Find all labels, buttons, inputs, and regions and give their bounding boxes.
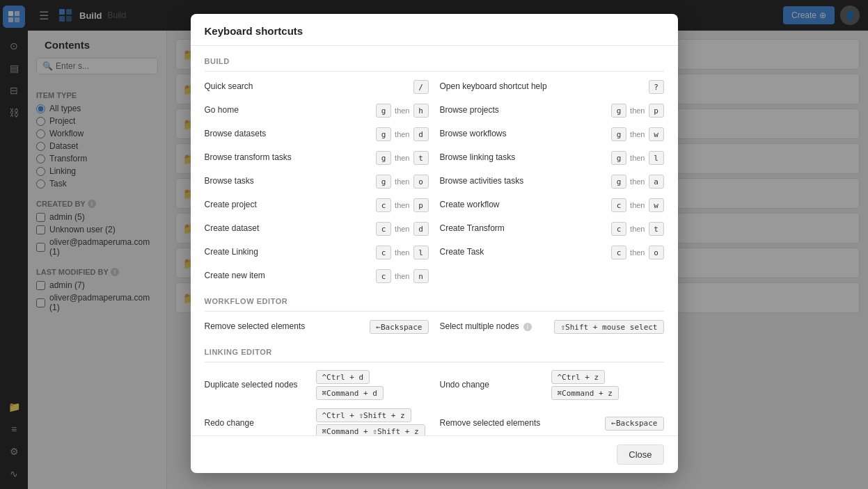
key-t: t xyxy=(413,151,429,165)
shortcut-go-home: Go home g then h xyxy=(205,101,429,120)
key-l: l xyxy=(649,151,664,165)
close-button[interactable]: Close xyxy=(617,444,663,465)
workflow-shortcuts-grid: Remove selected elements ←Backspace Sele… xyxy=(205,317,664,337)
shortcut-browse-projects: Browse projects g then p xyxy=(440,101,664,120)
section-linking-title: LINKING EDITOR xyxy=(205,348,664,362)
key-c: c xyxy=(611,246,626,259)
key-t: t xyxy=(649,222,664,236)
shortcut-create-project: Create project c then p xyxy=(205,195,429,215)
shortcut-create-transform: Create Transform c then t xyxy=(440,219,664,239)
shortcut-open-keyboard-help: Open keyboard shortcut help ? xyxy=(440,77,664,97)
key-n: n xyxy=(413,269,429,283)
key-g: g xyxy=(611,151,626,165)
shortcut-create-workflow: Create workflow c then w xyxy=(440,195,664,215)
shortcut-browse-tasks: Browse tasks g then o xyxy=(205,172,429,191)
shortcut-create-new-item: Create new item c then n xyxy=(205,266,429,286)
keyboard-shortcuts-modal: Keyboard shortcuts BUILD Quick search / xyxy=(191,14,678,473)
key-o: o xyxy=(413,175,429,189)
key-a: a xyxy=(649,175,664,189)
key-h: h xyxy=(413,104,429,118)
shortcut-create-linking: Create Linking c then l xyxy=(205,243,429,262)
key-shift-mouse: ⇧Shift + mouse select xyxy=(554,320,663,334)
key-cmd-shift-z: ⌘Command + ⇧Shift + z xyxy=(316,424,425,435)
key-ctrl-z: ^Ctrl + z xyxy=(551,370,606,384)
modal-title: Keyboard shortcuts xyxy=(191,14,678,46)
key-l: l xyxy=(413,246,429,259)
key-g: g xyxy=(376,175,391,189)
section-workflow-title: WORKFLOW EDITOR xyxy=(205,297,664,312)
section-build-title: BUILD xyxy=(205,57,664,72)
shortcut-select-multiple-wf: Select multiple nodes i ⇧Shift + mouse s… xyxy=(440,317,664,337)
key-c: c xyxy=(611,222,626,236)
modal-footer: Close xyxy=(191,435,678,473)
key-w: w xyxy=(649,198,664,212)
key-d: d xyxy=(413,127,429,141)
linking-shortcuts-grid: Duplicate selected nodes ^Ctrl + d ⌘Comm… xyxy=(205,368,664,435)
key-ctrl-d: ^Ctrl + d xyxy=(316,370,370,384)
shortcut-browse-linking: Browse linking tasks g then l xyxy=(440,148,664,168)
section-workflow-editor: WORKFLOW EDITOR Remove selected elements… xyxy=(205,297,664,337)
key-g: g xyxy=(611,175,626,189)
shortcut-browse-datasets: Browse datasets g then d xyxy=(205,125,429,144)
key-g: g xyxy=(611,127,626,141)
key-o: o xyxy=(649,246,664,259)
shortcut-placeholder xyxy=(440,266,664,286)
select-multiple-wf-info-icon: i xyxy=(523,323,532,331)
key-p: p xyxy=(413,198,429,212)
key-g: g xyxy=(611,104,626,118)
key-cmd-d: ⌘Command + d xyxy=(316,386,384,400)
key-ctrl-shift-z: ^Ctrl + ⇧Shift + z xyxy=(316,408,411,422)
build-shortcuts-grid: Quick search / Open keyboard shortcut he… xyxy=(205,77,664,286)
key-w: w xyxy=(649,127,664,141)
key-g: g xyxy=(376,151,391,165)
key-g: g xyxy=(376,104,391,118)
shortcut-browse-activities: Browse activities tasks g then a xyxy=(440,172,664,191)
key-backspace: ←Backspace xyxy=(370,320,428,334)
key-question: ? xyxy=(649,80,664,94)
app-layout: ⊙ ▤ ⊟ ⛓ 📁 ≡ ⚙ ∿ ☰ Build Build Create ⊕ xyxy=(0,0,868,489)
key-c: c xyxy=(376,198,391,212)
shortcut-quick-search: Quick search / xyxy=(205,77,429,97)
key-c: c xyxy=(376,246,391,259)
key-slash: / xyxy=(413,80,429,94)
key-c: c xyxy=(376,269,391,283)
key-p: p xyxy=(649,104,664,118)
shortcut-undo-change: Undo change ^Ctrl + z ⌘Command + z xyxy=(440,368,664,402)
key-backspace-le: ←Backspace xyxy=(605,417,663,431)
shortcut-duplicate-nodes: Duplicate selected nodes ^Ctrl + d ⌘Comm… xyxy=(205,368,429,402)
modal-overlay: Keyboard shortcuts BUILD Quick search / xyxy=(0,0,868,489)
section-linking-editor: LINKING EDITOR Duplicate selected nodes … xyxy=(205,348,664,435)
key-d: d xyxy=(413,222,429,236)
shortcut-remove-elements-wf: Remove selected elements ←Backspace xyxy=(205,317,429,337)
key-c: c xyxy=(376,222,391,236)
key-c: c xyxy=(611,198,626,212)
shortcut-browse-workflows: Browse workflows g then w xyxy=(440,125,664,144)
modal-body: BUILD Quick search / Open keyboard short… xyxy=(191,46,678,435)
section-build: BUILD Quick search / Open keyboard short… xyxy=(205,57,664,286)
key-cmd-z: ⌘Command + z xyxy=(551,386,619,400)
shortcut-create-dataset: Create dataset c then d xyxy=(205,219,429,239)
shortcut-remove-elements-le: Remove selected elements ←Backspace xyxy=(440,406,664,435)
shortcut-create-task: Create Task c then o xyxy=(440,243,664,262)
shortcut-redo-change: Redo change ^Ctrl + ⇧Shift + z ⌘Command … xyxy=(205,406,429,435)
shortcut-browse-transform: Browse transform tasks g then t xyxy=(205,148,429,168)
key-g: g xyxy=(376,127,391,141)
